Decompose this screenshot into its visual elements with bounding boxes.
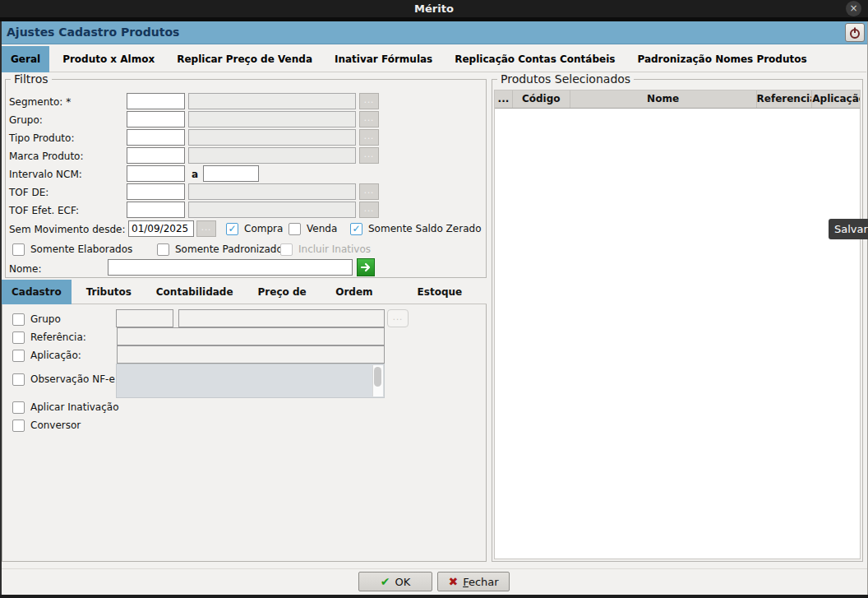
aplicacao-checkbox[interactable] [12, 350, 25, 362]
segmento-lookup-button[interactable]: ... [359, 93, 379, 109]
conversor-label: Conversor [30, 420, 81, 431]
checkbox-aplicacao[interactable]: Aplicação: [12, 348, 81, 363]
fechar-button[interactable]: ✖ Fechar [437, 572, 510, 591]
ok-button[interactable]: ✔ OK [358, 572, 432, 591]
tof-ecf-code-input[interactable] [127, 202, 185, 218]
subtab-ordem-producao[interactable]: Ordem Produção [326, 280, 402, 304]
textarea-scrollbar[interactable] [372, 365, 383, 396]
referencia-label: Referência: [30, 331, 86, 343]
tipo-produto-code-input[interactable] [127, 129, 185, 146]
search-go-button[interactable] [357, 258, 375, 276]
ncm-to-input[interactable] [203, 165, 259, 182]
green-arrow-icon [360, 262, 372, 273]
checkbox-compra[interactable]: Compra [226, 221, 283, 236]
produtos-table-header: ... Código Nome Referencia Aplicação [495, 90, 860, 109]
tof-de-code-field[interactable] [127, 184, 184, 199]
checkbox-aplicar-inativacao[interactable]: Aplicar Inativação [12, 400, 118, 415]
cadastro-panel: Grupo ... Referência: Aplicação: Observa… [2, 304, 487, 562]
power-button[interactable] [845, 23, 865, 42]
tof-ecf-code-field[interactable] [127, 202, 184, 217]
column-header-nome[interactable]: Nome [570, 90, 757, 108]
aplicar-inativacao-checkbox[interactable] [12, 401, 25, 414]
subtab-cadastro[interactable]: Cadastro [2, 280, 72, 304]
checkbox-venda[interactable]: Venda [289, 221, 337, 236]
subtab-preco-de-venda[interactable]: Preço de Venda [248, 280, 321, 304]
close-icon[interactable]: × [846, 1, 861, 16]
aplicar-inativacao-label: Aplicar Inativação [30, 401, 118, 413]
tof-de-lookup-button[interactable]: ... [359, 183, 379, 200]
grupo-code-input[interactable] [127, 111, 185, 127]
somente-elaborados-checkbox[interactable] [12, 243, 25, 256]
produtos-selecionados-legend: Produtos Selecionados [497, 72, 634, 86]
grupo-lookup-button[interactable]: ... [359, 111, 379, 127]
aplicacao-input [117, 345, 385, 364]
tof-ecf-lookup-button[interactable]: ... [359, 202, 379, 218]
sem-movimento-calendar-button[interactable]: ... [196, 220, 216, 237]
tipo-produto-code-field[interactable] [127, 130, 184, 145]
saldo-zerado-checkbox[interactable] [350, 223, 362, 235]
marca-produto-code-field[interactable] [127, 148, 184, 163]
window-title: Mérito [0, 0, 868, 17]
grupo-label: Grupo: [9, 114, 43, 126]
column-header-selector[interactable]: ... [495, 90, 513, 108]
cadastro-grupo-checkbox[interactable] [12, 313, 25, 326]
tab-replicar-preco-venda[interactable]: Replicar Preço de Venda [168, 46, 321, 72]
column-header-referencia[interactable]: Referencia [757, 90, 813, 108]
window-left-border [0, 21, 2, 595]
salvar-button[interactable]: Salvar [829, 219, 868, 239]
produtos-table-body [495, 109, 860, 559]
tof-de-desc-input [188, 183, 356, 200]
tab-replicacao-contas-contabeis[interactable]: Replicação Contas Contábeis [446, 46, 624, 72]
tipo-produto-lookup-button[interactable]: ... [359, 129, 379, 146]
venda-checkbox[interactable] [289, 223, 301, 235]
ncm-to-label: a [192, 169, 198, 180]
ncm-from-field[interactable] [127, 166, 184, 181]
tof-de-code-input[interactable] [127, 183, 185, 200]
compra-checkbox[interactable] [226, 223, 238, 235]
cadastro-grupo-label: Grupo [30, 313, 61, 325]
somente-padronizados-label: Somente Padronizados [175, 243, 288, 255]
column-header-codigo[interactable]: Código [513, 90, 570, 108]
sem-movimento-date-input[interactable] [128, 220, 194, 237]
ncm-to-field[interactable] [204, 166, 258, 181]
subtab-contabilidade[interactable]: Contabilidade [146, 280, 243, 304]
filtros-legend: Filtros [11, 72, 52, 86]
checkbox-somente-elaborados[interactable]: Somente Elaborados [12, 242, 132, 257]
tof-ecf-desc-input [188, 202, 356, 218]
tab-geral[interactable]: Geral [2, 46, 49, 72]
intervalo-ncm-label: Intervalo NCM: [9, 169, 82, 180]
conversor-checkbox[interactable] [12, 420, 25, 432]
nome-input[interactable] [108, 259, 353, 276]
tab-produto-x-almox[interactable]: Produto x Almox [53, 46, 164, 72]
subtab-estoque-minimo[interactable]: Estoque Minimo [408, 280, 482, 304]
sem-movimento-date-field[interactable] [129, 221, 193, 236]
checkbox-observacao-nfe[interactable]: Observação NF-e [12, 372, 115, 387]
tab-padronizacao-nomes-produtos[interactable]: Padronização Nomes Produtos [628, 46, 815, 72]
segmento-code-input[interactable] [127, 93, 185, 109]
checkbox-conversor[interactable]: Conversor [12, 418, 81, 433]
grupo-code-field[interactable] [127, 112, 184, 127]
footer-divider [0, 568, 868, 569]
ncm-from-input[interactable] [127, 165, 185, 182]
cadastro-grupo-desc-input [178, 309, 385, 327]
column-header-aplicacao[interactable]: Aplicação [812, 90, 860, 108]
referencia-checkbox[interactable] [12, 331, 25, 344]
checkbox-somente-saldo-zerado[interactable]: Somente Saldo Zerado [350, 221, 481, 236]
somente-padronizados-checkbox[interactable] [157, 243, 169, 256]
venda-label: Venda [307, 223, 337, 234]
nome-field[interactable] [108, 260, 352, 275]
x-icon: ✖ [448, 575, 458, 588]
marca-produto-lookup-button[interactable]: ... [359, 147, 379, 164]
segmento-code-field[interactable] [127, 94, 184, 109]
marca-produto-code-input[interactable] [127, 147, 185, 164]
aplicacao-label: Aplicação: [30, 350, 81, 361]
checkbox-referencia[interactable]: Referência: [12, 330, 86, 345]
checkbox-somente-padronizados[interactable]: Somente Padronizados [157, 242, 288, 257]
ok-button-label: OK [395, 576, 410, 588]
subtab-tributos[interactable]: Tributos [76, 280, 141, 304]
scrollbar-thumb[interactable] [374, 367, 381, 387]
grupo-desc-input [188, 111, 356, 127]
tab-inativar-formulas[interactable]: Inativar Fórmulas [326, 46, 441, 72]
checkbox-cadastro-grupo[interactable]: Grupo [12, 312, 61, 327]
observacao-nfe-checkbox[interactable] [12, 373, 25, 386]
